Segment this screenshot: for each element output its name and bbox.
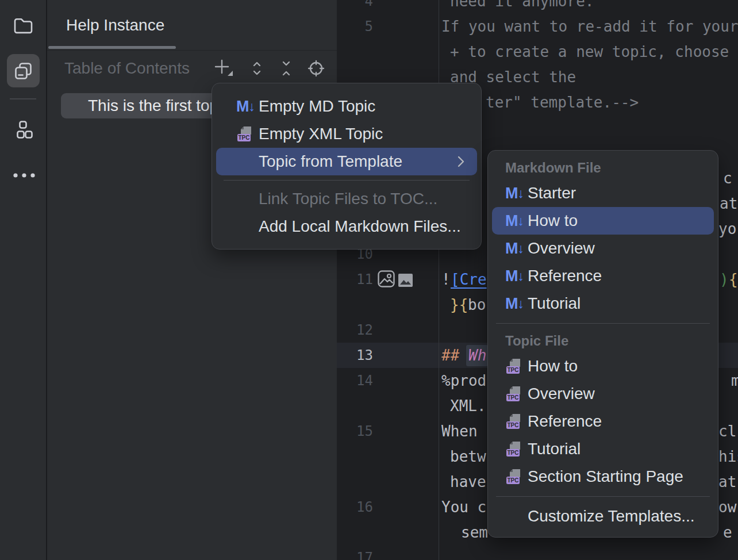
menu-item-empty-xml-topic[interactable]: TPC Empty XML Topic	[212, 120, 481, 148]
tool-window-header: Help Instance	[47, 0, 337, 51]
image-preview-outline-icon[interactable]	[377, 270, 395, 288]
submenu-item-overview-md[interactable]: M↓ Overview	[488, 235, 718, 262]
writerside-icon	[14, 62, 33, 80]
code-fragment: his	[718, 444, 738, 469]
code-fragment: If you want to re-add it for your	[441, 14, 738, 39]
markdown-file-icon: M↓	[236, 99, 255, 114]
submenu-item-overview-topic[interactable]: TPC Overview	[488, 380, 718, 408]
svg-text:TPC: TPC	[508, 422, 519, 428]
code-fragment: c	[723, 166, 732, 191]
add-topic-button[interactable]	[214, 59, 233, 77]
tool-window-stripe	[0, 0, 47, 560]
submenu-arrow-icon	[456, 155, 466, 168]
topic-file-icon: TPC	[236, 125, 253, 143]
expand-all-icon	[249, 60, 265, 76]
submenu-item-label: Starter	[528, 184, 576, 202]
menu-item-label: Topic from Template	[259, 152, 402, 171]
menu-item-label: Add Local Markdown Files...	[259, 217, 461, 236]
code-fragment: bo	[468, 292, 486, 317]
submenu-item-label: How to	[528, 357, 578, 375]
more-icon	[11, 167, 37, 184]
sidebar-item-project[interactable]	[12, 15, 34, 36]
code-fragment: yo	[718, 216, 736, 241]
menu-item-empty-md-topic[interactable]: M↓ Empty MD Topic	[212, 93, 481, 120]
submenu-item-label: How to	[528, 212, 578, 230]
submenu-item-how-to-md[interactable]: M↓ How to	[492, 207, 714, 235]
code-fragment: betw	[450, 444, 486, 469]
topic-file-icon: TPC	[505, 440, 522, 458]
active-tab-indicator	[48, 46, 176, 49]
image-preview-filled-icon[interactable]	[398, 274, 413, 287]
menu-item-add-local-markdown[interactable]: Add Local Markdown Files...	[212, 213, 481, 240]
line-number: 5	[337, 14, 373, 39]
submenu-item-label: Tutorial	[528, 294, 581, 313]
submenu-item-label: Section Starting Page	[528, 467, 683, 486]
plus-dropdown-icon	[214, 59, 233, 77]
submenu-item-label: Overview	[528, 239, 595, 258]
submenu-item-reference-topic[interactable]: TPC Reference	[488, 408, 718, 435]
code-fragment: !	[441, 267, 451, 292]
expand-all-button[interactable]	[247, 59, 267, 78]
svg-text:TPC: TPC	[508, 367, 519, 373]
submenu-section-header: Markdown File	[488, 156, 718, 179]
structure-icon	[14, 120, 33, 140]
menu-item-label: Empty XML Topic	[259, 125, 383, 143]
code-fragment: + to create a new topic, choose t	[450, 39, 738, 64]
submenu-item-label: Reference	[528, 412, 602, 431]
code-fragment-heading-marker: ##	[441, 343, 459, 368]
submenu-item-section-starting-page[interactable]: TPC Section Starting Page	[488, 463, 718, 490]
line-number: 12	[337, 317, 373, 343]
submenu-item-tutorial-topic[interactable]: TPC Tutorial	[488, 435, 718, 463]
svg-text:TPC: TPC	[508, 450, 519, 456]
code-fragment: cl	[718, 419, 736, 444]
sidebar-item-writerside[interactable]	[7, 54, 40, 87]
application-window: 4 5 10 11 12 13 14 15 16 17 need it anym…	[0, 0, 738, 560]
code-fragment-heading: Wh	[468, 343, 486, 368]
code-fragment: When	[441, 419, 478, 444]
markdown-file-icon: M↓	[505, 296, 524, 312]
submenu-item-how-to-topic[interactable]: TPC How to	[488, 352, 718, 380]
locate-selection-button[interactable]	[306, 59, 326, 78]
submenu-section-header: Topic File	[488, 329, 718, 352]
line-number: 4	[337, 0, 373, 14]
code-fragment: have	[450, 469, 486, 494]
menu-item-link-topic-files[interactable]: Link Topic Files to TOC...	[212, 185, 481, 213]
line-number: 16	[337, 494, 373, 520]
submenu-item-customize-templates[interactable]: Customize Templates...	[488, 503, 718, 530]
code-fragment: at	[718, 469, 736, 494]
toc-item-label: This is the first top	[88, 93, 218, 118]
code-fragment: {	[729, 267, 738, 292]
topic-file-icon: TPC	[505, 413, 522, 430]
code-fragment: You c	[441, 494, 486, 520]
line-number: 14	[337, 368, 373, 393]
submenu-item-reference-md[interactable]: M↓ Reference	[488, 262, 718, 290]
code-fragment: )	[720, 267, 729, 292]
template-submenu: Markdown File M↓ Starter M↓ How to M↓ Ov…	[487, 150, 718, 538]
sidebar-item-structure[interactable]	[13, 118, 34, 141]
submenu-item-label: Overview	[528, 385, 595, 403]
sidebar-item-more[interactable]	[11, 167, 37, 184]
menu-separator	[224, 180, 470, 181]
folder-icon	[13, 17, 33, 34]
line-number-active: 13	[337, 343, 373, 368]
code-fragment: at	[720, 191, 737, 216]
code-fragment-link: [Cre	[451, 267, 487, 292]
markdown-file-icon: M↓	[505, 186, 524, 201]
svg-text:TPC: TPC	[508, 394, 519, 401]
svg-text:TPC: TPC	[239, 135, 250, 141]
submenu-item-starter[interactable]: M↓ Starter	[488, 179, 718, 207]
code-fragment: %prod	[441, 368, 486, 393]
submenu-item-tutorial-md[interactable]: M↓ Tutorial	[488, 290, 718, 317]
code-fragment: e	[723, 520, 732, 545]
submenu-item-label: Customize Templates...	[528, 507, 695, 526]
tab-help-instance[interactable]: Help Instance	[66, 0, 164, 50]
menu-separator	[496, 323, 710, 324]
line-number: 17	[337, 545, 373, 560]
collapse-all-icon	[278, 60, 294, 76]
menu-item-topic-from-template[interactable]: Topic from Template	[216, 148, 477, 175]
markdown-file-icon: M↓	[505, 241, 524, 256]
code-fragment: XML.	[450, 393, 486, 419]
collapse-all-button[interactable]	[276, 59, 296, 78]
submenu-item-label: Tutorial	[528, 440, 581, 458]
menu-separator	[496, 496, 710, 497]
